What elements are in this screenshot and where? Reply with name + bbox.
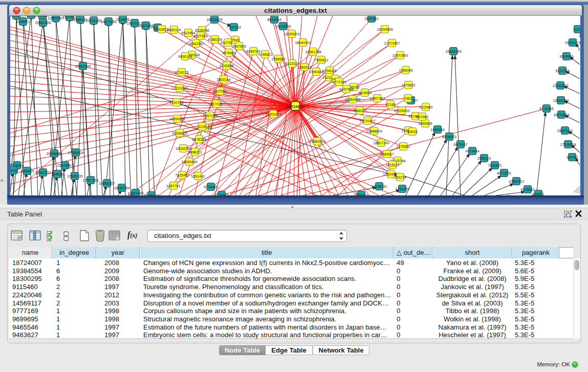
svg-text:62160: 62160 [385, 103, 396, 106]
svg-text:16543362: 16543362 [188, 42, 204, 46]
svg-text:20206536: 20206536 [46, 152, 62, 156]
svg-text:16210643: 16210643 [553, 113, 569, 117]
svg-text:20364456: 20364456 [344, 98, 360, 101]
svg-text:2935114: 2935114 [477, 157, 491, 160]
svg-text:15720407: 15720407 [359, 119, 375, 123]
svg-text:9084067: 9084067 [380, 152, 394, 156]
svg-text:10719155: 10719155 [85, 19, 101, 23]
svg-text:1990448: 1990448 [309, 70, 323, 74]
svg-text:2803144: 2803144 [216, 78, 230, 81]
svg-text:10853287: 10853287 [48, 16, 63, 20]
svg-text:8878335: 8878335 [192, 138, 206, 141]
svg-text:15751074: 15751074 [564, 41, 580, 45]
svg-text:8660124: 8660124 [167, 28, 181, 32]
svg-text:19218506: 19218506 [275, 25, 291, 28]
svg-text:7515526: 7515526 [116, 18, 129, 21]
svg-text:18724007: 18724007 [287, 104, 305, 109]
svg-text:6497568: 6497568 [339, 87, 353, 91]
svg-text:8215955: 8215955 [539, 107, 553, 111]
svg-text:12342737: 12342737 [35, 171, 51, 174]
svg-text:8427552: 8427552 [213, 90, 227, 93]
svg-text:7485005: 7485005 [399, 69, 412, 72]
svg-text:19166825: 19166825 [171, 132, 187, 135]
svg-text:7632621: 7632621 [488, 164, 502, 167]
svg-text:7625402: 7625402 [175, 173, 189, 177]
svg-text:8322037: 8322037 [285, 62, 299, 65]
svg-text:9777169: 9777169 [332, 80, 346, 84]
svg-text:10046788: 10046788 [175, 147, 191, 150]
svg-text:2687682: 2687682 [364, 17, 378, 20]
svg-text:15692971: 15692971 [557, 129, 573, 133]
svg-text:14099489: 14099489 [181, 160, 197, 164]
svg-text:16648784: 16648784 [445, 50, 461, 53]
svg-text:7955812: 7955812 [314, 58, 328, 62]
svg-text:2718176: 2718176 [175, 71, 188, 74]
svg-text:9327508: 9327508 [193, 34, 207, 38]
svg-text:19654985: 19654985 [169, 117, 185, 121]
svg-text:1405571: 1405571 [16, 20, 30, 24]
svg-text:5716485: 5716485 [204, 185, 217, 189]
svg-text:7886322: 7886322 [353, 109, 366, 113]
svg-text:9146821: 9146821 [258, 53, 272, 56]
svg-text:9115460: 9115460 [419, 105, 433, 109]
svg-text:10654112: 10654112 [509, 180, 525, 183]
svg-text:9457791: 9457791 [166, 184, 180, 188]
svg-text:8938923: 8938923 [442, 135, 456, 139]
svg-text:9242848: 9242848 [220, 64, 233, 68]
svg-text:252214: 252214 [394, 176, 406, 179]
svg-text:8813054: 8813054 [267, 18, 281, 21]
svg-text:12023446: 12023446 [127, 191, 143, 195]
svg-text:417006: 417006 [210, 102, 222, 106]
svg-text:8226058: 8226058 [195, 29, 209, 32]
svg-text:10807487: 10807487 [369, 97, 385, 100]
svg-text:6794028: 6794028 [322, 69, 336, 73]
svg-text:3624554: 3624554 [358, 91, 372, 95]
svg-text:18807249: 18807249 [373, 141, 389, 145]
svg-text:16782759: 16782759 [114, 186, 129, 190]
svg-text:17016504: 17016504 [560, 143, 576, 146]
svg-text:9529966: 9529966 [559, 55, 573, 58]
svg-text:17957255: 17957255 [82, 179, 98, 182]
svg-text:9474444: 9474444 [465, 149, 479, 153]
svg-text:84923: 84923 [407, 130, 418, 134]
svg-text:8471676: 8471676 [497, 171, 511, 175]
svg-text:1815112: 1815112 [386, 163, 400, 167]
svg-text:23975867: 23975867 [57, 164, 73, 167]
svg-text:2546: 2546 [231, 38, 239, 42]
svg-text:2867608: 2867608 [232, 45, 246, 48]
svg-text:1588520: 1588520 [271, 57, 285, 61]
svg-text:1975692: 1975692 [396, 145, 410, 148]
svg-text:1733426: 1733426 [395, 187, 409, 191]
svg-text:16033809: 16033809 [206, 18, 222, 21]
svg-text:1691442: 1691442 [191, 174, 205, 178]
svg-text:3267130: 3267130 [203, 114, 216, 118]
svg-text:7463: 7463 [404, 97, 412, 100]
svg-text:12444150: 12444150 [553, 99, 569, 102]
svg-text:9227343: 9227343 [555, 69, 569, 73]
svg-text:9245652: 9245652 [520, 188, 534, 191]
svg-text:9699695: 9699695 [418, 122, 432, 125]
svg-text:12213967: 12213967 [384, 41, 400, 45]
svg-text:1010755: 1010755 [169, 101, 183, 104]
svg-text:116753: 116753 [567, 156, 578, 159]
svg-text:16154808: 16154808 [377, 28, 393, 31]
svg-text:12505135: 12505135 [67, 174, 82, 178]
svg-text:13325419: 13325419 [284, 32, 299, 36]
svg-text:10958107: 10958107 [99, 182, 115, 185]
svg-text:39154: 39154 [10, 169, 18, 172]
svg-text:114519: 114519 [52, 172, 63, 176]
svg-text:19384554: 19384554 [309, 140, 325, 143]
svg-text:14136141: 14136141 [371, 185, 387, 188]
svg-text:12213363: 12213363 [171, 86, 187, 90]
svg-text:1135: 1135 [198, 125, 206, 128]
svg-text:18640910: 18640910 [295, 41, 311, 45]
svg-text:10961758: 10961758 [305, 50, 321, 54]
svg-text:17359924: 17359924 [68, 151, 83, 155]
svg-text:12093873: 12093873 [552, 84, 568, 87]
svg-text:957964: 957964 [416, 115, 428, 119]
svg-text:6879197: 6879197 [453, 143, 467, 146]
svg-text:5498222: 5498222 [188, 150, 202, 154]
svg-text:16671355: 16671355 [100, 20, 116, 24]
svg-text:1156829: 1156829 [20, 169, 34, 173]
svg-text:3875685: 3875685 [222, 51, 235, 55]
